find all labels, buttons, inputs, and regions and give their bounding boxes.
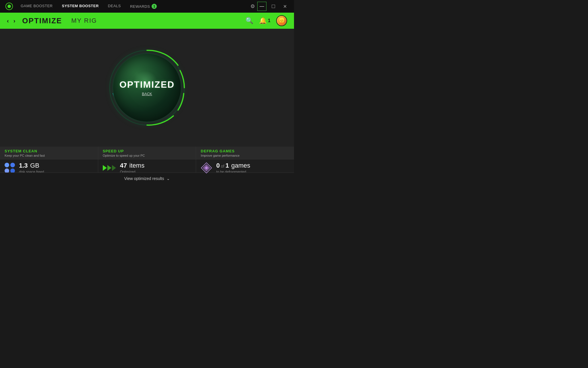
defrag-games-card: DEFRAG GAMES Improve game performance 0 …: [196, 147, 294, 172]
nav-items: GAME BOOSTER SYSTEM BOOSTER DEALS REWARD…: [21, 3, 250, 10]
stats-cards: SYSTEM CLEAN Keep your PC clean and fast…: [0, 147, 294, 172]
bottom-stats-area: SYSTEM CLEAN Keep your PC clean and fast…: [0, 147, 294, 184]
speed-up-title: SPEED UP: [103, 149, 192, 153]
nav-system-booster[interactable]: SYSTEM BOOSTER: [62, 3, 98, 10]
speed-up-subtitle: Optimize to speed up your PC: [103, 154, 192, 157]
rewards-badge: 1: [152, 4, 157, 9]
top-navigation: GAME BOOSTER SYSTEM BOOSTER DEALS REWARD…: [0, 0, 294, 13]
view-results-chevron-icon: ⌄: [167, 176, 170, 181]
optimized-label: OPTIMIZED: [119, 79, 175, 90]
speed-up-value-area: 47 items Optimized: [120, 162, 145, 174]
system-clean-value-row: 1.3 GB: [19, 162, 44, 169]
minimize-button[interactable]: —: [257, 2, 266, 11]
defrag-games-header: DEFRAG GAMES Improve game performance: [196, 147, 294, 160]
avatar[interactable]: 👱: [276, 15, 287, 26]
system-clean-card: SYSTEM CLEAN Keep your PC clean and fast…: [0, 147, 98, 172]
speed-up-value: 47: [120, 162, 127, 169]
back-link[interactable]: BACK: [142, 92, 152, 96]
speed-up-card: SPEED UP Optimize to speed up your PC 47…: [98, 147, 196, 172]
main-content: OPTIMIZED BACK: [0, 29, 294, 147]
system-clean-title: SYSTEM CLEAN: [5, 149, 93, 153]
speed-up-value-row: 47 items: [120, 162, 145, 169]
app-logo[interactable]: [5, 2, 14, 11]
page-subtitle: MY RIG: [71, 17, 97, 24]
dot-tl: [5, 163, 9, 167]
system-clean-header: SYSTEM CLEAN Keep your PC clean and fast: [0, 147, 98, 160]
nav-deals[interactable]: DEALS: [108, 3, 121, 10]
defrag-games-value-area: 0 of 1 games to be defragmented: [216, 162, 250, 174]
system-clean-subtitle: Keep your PC clean and fast: [5, 154, 93, 157]
notification-area[interactable]: 🔔 1: [259, 17, 270, 24]
nav-rewards[interactable]: REWARDS 1: [130, 3, 157, 10]
bell-icon: 🔔: [259, 17, 267, 24]
speed-arrow-2: [107, 165, 111, 171]
system-clean-value: 1.3: [19, 162, 28, 169]
optimized-container: OPTIMIZED BACK: [0, 29, 294, 147]
optimized-button[interactable]: OPTIMIZED BACK: [113, 53, 181, 122]
nav-arrows: ‹ ›: [7, 18, 15, 24]
notification-count: 1: [268, 18, 270, 23]
defrag-games-subtitle: Improve game performance: [201, 154, 289, 157]
system-clean-value-area: 1.3 GB disk space freed: [19, 162, 44, 174]
defrag-of-label: of: [221, 164, 225, 168]
defrag-games-extra: 1: [225, 162, 229, 169]
optimized-circle-wrapper: OPTIMIZED BACK: [107, 47, 187, 128]
sub-nav-right: 🔍 🔔 1 👱: [245, 15, 287, 26]
nav-game-booster[interactable]: GAME BOOSTER: [21, 3, 53, 10]
svg-point-2: [7, 5, 11, 8]
back-arrow[interactable]: ‹: [7, 18, 9, 24]
defrag-games-unit: games: [231, 162, 250, 169]
page-title: OPTIMIZE: [22, 16, 62, 25]
defrag-games-value: 0: [216, 162, 220, 169]
close-button[interactable]: ✕: [280, 2, 289, 11]
search-icon[interactable]: 🔍: [245, 17, 253, 24]
sub-navigation: ‹ › OPTIMIZE MY RIG 🔍 🔔 1 👱: [0, 13, 294, 29]
defrag-games-value-row: 0 of 1 games: [216, 162, 250, 169]
speed-up-icon: [103, 165, 116, 171]
speed-arrow-3: [112, 165, 116, 171]
settings-icon[interactable]: ⚙: [250, 3, 255, 9]
dot-tr: [10, 163, 15, 167]
forward-arrow[interactable]: ›: [13, 18, 16, 24]
speed-up-header: SPEED UP Optimize to speed up your PC: [98, 147, 196, 160]
speed-arrow-1: [103, 165, 107, 171]
system-clean-icon: [5, 163, 15, 173]
view-results-bar[interactable]: View optimized results ⌄: [0, 172, 294, 184]
window-controls: — ☐ ✕: [257, 2, 289, 11]
defrag-games-title: DEFRAG GAMES: [201, 149, 289, 153]
avatar-image: 👱: [277, 16, 287, 26]
maximize-button[interactable]: ☐: [269, 2, 278, 11]
system-clean-unit: GB: [30, 162, 39, 169]
view-results-text: View optimized results: [124, 176, 164, 181]
defrag-games-icon: [201, 162, 212, 174]
speed-up-unit: items: [129, 162, 145, 169]
